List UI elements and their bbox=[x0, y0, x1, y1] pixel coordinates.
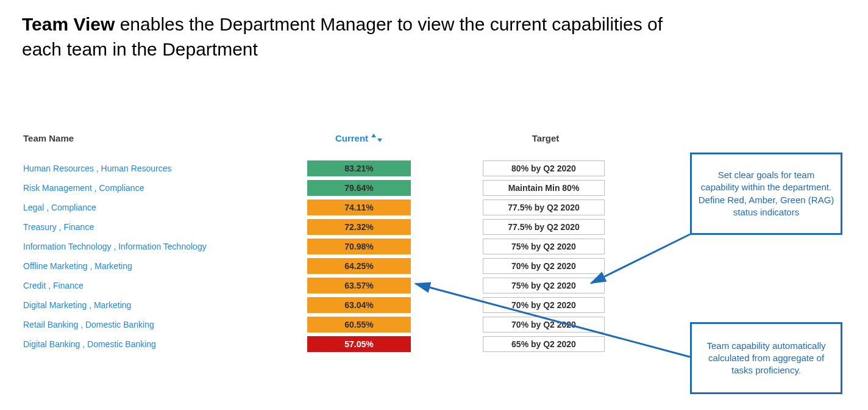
page-heading: Team View enables the Department Manager… bbox=[22, 12, 692, 62]
target-box[interactable]: 75% by Q2 2020 bbox=[483, 278, 605, 293]
team-link[interactable]: Treasury , Finance bbox=[23, 222, 94, 232]
current-pct: 83.21% bbox=[307, 160, 411, 176]
table-row: Digital Banking , Domestic Banking57.05%… bbox=[23, 334, 608, 354]
team-link[interactable]: Legal , Compliance bbox=[23, 203, 96, 212]
current-pct: 63.57% bbox=[307, 278, 411, 293]
team-link[interactable]: Information Technology , Information Tec… bbox=[23, 242, 207, 251]
current-pct: 63.04% bbox=[307, 297, 411, 313]
col-header-team-name: Team Name bbox=[23, 133, 305, 143]
current-pct: 72.32% bbox=[307, 219, 411, 235]
col-header-current[interactable]: Current bbox=[305, 133, 413, 143]
current-pct: 64.25% bbox=[307, 258, 411, 274]
table-row: Offline Marketing , Marketing64.25%70% b… bbox=[23, 256, 608, 276]
heading-bold: Team View bbox=[22, 14, 115, 34]
table-row: Retail Banking , Domestic Banking60.55%7… bbox=[23, 315, 608, 334]
table-row: Digital Marketing , Marketing63.04%70% b… bbox=[23, 295, 608, 315]
callout-auto-calc-text: Team capability automatically calculated… bbox=[698, 340, 834, 377]
col-header-current-label: Current bbox=[335, 133, 368, 143]
table-header-row: Team Name Current Target bbox=[23, 128, 608, 148]
target-box[interactable]: 70% by Q2 2020 bbox=[483, 258, 605, 274]
target-box[interactable]: 70% by Q2 2020 bbox=[483, 317, 605, 333]
target-box[interactable]: 65% by Q2 2020 bbox=[483, 336, 605, 352]
callout-goals-text: Set clear goals for team capability with… bbox=[698, 169, 834, 218]
table-row: Human Resources , Human Resources83.21%8… bbox=[23, 159, 608, 178]
current-pct: 74.11% bbox=[307, 200, 411, 215]
callout-auto-calc: Team capability automatically calculated… bbox=[690, 322, 842, 394]
team-table: Team Name Current Target Human Resources… bbox=[23, 128, 608, 354]
target-box[interactable]: 77.5% by Q2 2020 bbox=[483, 200, 605, 215]
target-box[interactable]: 77.5% by Q2 2020 bbox=[483, 219, 605, 235]
team-link[interactable]: Risk Management , Compliance bbox=[23, 183, 144, 193]
team-link[interactable]: Digital Marketing , Marketing bbox=[23, 300, 131, 310]
sort-icon bbox=[371, 134, 383, 142]
table-row: Credit , Finance63.57%75% by Q2 2020 bbox=[23, 276, 608, 295]
target-box[interactable]: 75% by Q2 2020 bbox=[483, 239, 605, 254]
current-pct: 57.05% bbox=[307, 336, 411, 352]
team-link[interactable]: Credit , Finance bbox=[23, 281, 84, 290]
target-box[interactable]: 70% by Q2 2020 bbox=[483, 297, 605, 313]
table-row: Treasury , Finance72.32%77.5% by Q2 2020 bbox=[23, 217, 608, 237]
callout-goals: Set clear goals for team capability with… bbox=[690, 153, 842, 235]
current-pct: 70.98% bbox=[307, 239, 411, 254]
table-row: Legal , Compliance74.11%77.5% by Q2 2020 bbox=[23, 198, 608, 217]
team-link[interactable]: Human Resources , Human Resources bbox=[23, 164, 172, 173]
team-link[interactable]: Offline Marketing , Marketing bbox=[23, 261, 132, 271]
team-link[interactable]: Retail Banking , Domestic Banking bbox=[23, 320, 154, 329]
target-box[interactable]: Maintain Min 80% bbox=[483, 180, 605, 196]
target-box[interactable]: 80% by Q2 2020 bbox=[483, 160, 605, 176]
table-row: Risk Management , Compliance79.64%Mainta… bbox=[23, 178, 608, 198]
team-link[interactable]: Digital Banking , Domestic Banking bbox=[23, 339, 156, 349]
heading-rest: enables the Department Manager to view t… bbox=[22, 14, 663, 59]
table-row: Information Technology , Information Tec… bbox=[23, 237, 608, 256]
current-pct: 60.55% bbox=[307, 317, 411, 333]
col-header-target: Target bbox=[483, 133, 608, 143]
current-pct: 79.64% bbox=[307, 180, 411, 196]
